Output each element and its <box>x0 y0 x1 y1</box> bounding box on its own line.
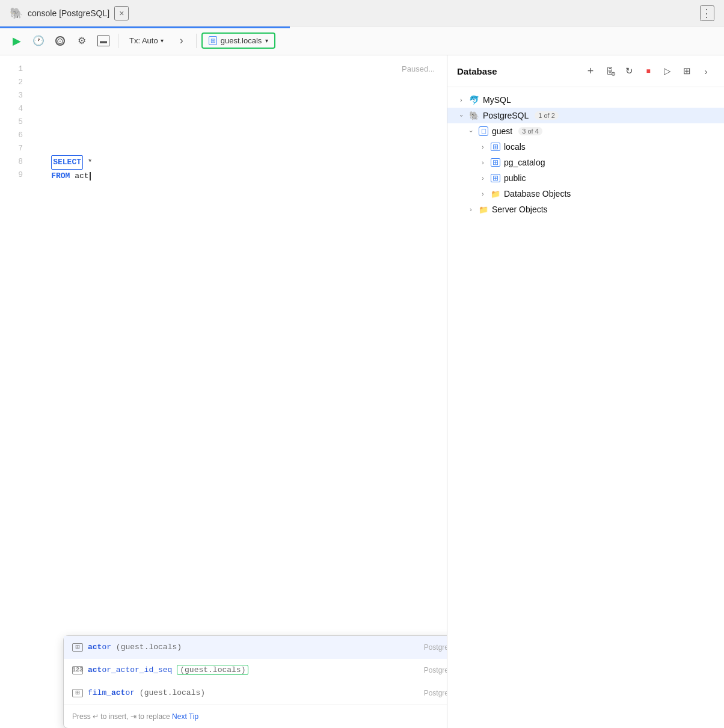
code-line-1 <box>30 63 447 76</box>
tree-item-pg-catalog[interactable]: › ⊞ pg_catalog <box>447 155 724 170</box>
source-3: PostgreSQL <box>424 686 447 700</box>
refresh-button[interactable]: ↻ <box>621 63 637 79</box>
next-tip-link[interactable]: Next Tip <box>172 712 198 721</box>
schema-selector[interactable]: ⊞ guest.locals ▾ <box>201 32 276 49</box>
tree-item-mysql[interactable]: › 🐬 MySQL <box>447 92 724 108</box>
editor-panel: 12345 6789 Paused... SELECT * FROM act <box>0 55 447 728</box>
code-line-3 <box>30 89 447 102</box>
db-settings-icon: 🗄 ⚙ <box>606 67 614 76</box>
database-sidebar: Database + 🗄 ⚙ ↻ ■ ▷ <box>447 55 724 728</box>
autocomplete-name-3: film_actor (guest.locals) <box>88 686 205 700</box>
db-settings-button[interactable]: 🗄 ⚙ <box>601 63 618 79</box>
gear-icon: ⚙ <box>78 35 86 46</box>
server-objects-icon: 📁 <box>479 205 488 214</box>
select-star: * <box>88 158 93 167</box>
seq-icon: 123 <box>72 666 83 674</box>
separator-1 <box>118 34 118 48</box>
schema-1: (guest.locals) <box>116 643 182 652</box>
server-objects-label: Server Objects <box>492 205 548 214</box>
autocomplete-item-actor[interactable]: ⊞ actor (guest.locals) PostgreSQL <box>64 636 447 659</box>
arrow-right-icon: › <box>180 34 183 47</box>
pin-button[interactable]: ⊙ <box>51 31 70 51</box>
sidebar-header: Database + 🗄 ⚙ ↻ ■ ▷ <box>447 55 724 87</box>
run-button[interactable]: ▶ <box>7 31 26 51</box>
postgres-icon: 🐘 <box>10 7 23 20</box>
locals-chevron: › <box>479 144 487 150</box>
editor-area[interactable]: 12345 6789 Paused... SELECT * FROM act <box>0 55 447 728</box>
title-bar: 🐘 console [PostgreSQL] × ⋮ <box>0 0 724 26</box>
tree-item-locals[interactable]: › ⊞ locals <box>447 139 724 155</box>
tree-item-db-objects[interactable]: › 📁 Database Objects <box>447 186 724 202</box>
sidebar-toolbar: + 🗄 ⚙ ↻ ■ ▷ ⊞ <box>582 63 714 79</box>
autocomplete-item-actor-seq[interactable]: 123 actor_actor_id_seq (guest.locals) Po… <box>64 659 447 682</box>
grid-icon: ⊞ <box>683 66 691 76</box>
code-line-9: FROM act <box>30 170 447 183</box>
console-icon: ▷ <box>664 66 671 76</box>
add-connection-button[interactable]: + <box>582 63 599 79</box>
refresh-icon: ↻ <box>625 66 633 76</box>
code-line-2 <box>30 76 447 89</box>
history-button[interactable]: 🕐 <box>29 31 48 51</box>
from-keyword: FROM <box>51 171 70 180</box>
autocomplete-item-left: ⊞ actor (guest.locals) <box>72 641 182 654</box>
code-editor[interactable]: Paused... SELECT * FROM act <box>30 55 447 728</box>
table-icon-1: ⊞ <box>72 643 83 652</box>
layout-button[interactable]: ▬ <box>94 31 113 51</box>
schema-3: (guest.locals) <box>140 688 205 697</box>
mysql-icon: 🐬 <box>469 95 479 105</box>
tx-dropdown[interactable]: Tx: Auto ▾ <box>123 34 170 48</box>
db-objects-label: Database Objects <box>504 189 571 199</box>
pin-icon: ⊙ <box>55 36 65 46</box>
tx-chevron: ▾ <box>161 37 164 44</box>
arrow-button[interactable]: › <box>172 31 191 51</box>
postgresql-label: PostgreSQL <box>483 111 529 120</box>
table-icon-3: ⊞ <box>72 689 83 697</box>
more-options-button[interactable]: › <box>698 63 714 79</box>
close-button[interactable]: × <box>114 6 129 20</box>
run-icon: ▶ <box>13 34 21 48</box>
toolbar: ▶ 🕐 ⊙ ⚙ ▬ Tx: Auto ▾ › ⊞ guest.locals ▾ <box>0 26 724 55</box>
settings-button[interactable]: ⚙ <box>72 31 91 51</box>
guest-chevron: › <box>468 127 474 135</box>
pg-catalog-icon: ⊞ <box>491 158 500 167</box>
database-tree: › 🐬 MySQL › 🐘 PostgreSQL 1 of 2 › ☐ gues… <box>447 87 724 728</box>
tree-item-public[interactable]: › ⊞ public <box>447 170 724 186</box>
name-rest-1: or <box>102 643 111 652</box>
title-left: 🐘 console [PostgreSQL] × <box>10 6 129 20</box>
autocomplete-item-film-actor[interactable]: ⊞ film_actor (guest.locals) PostgreSQL <box>64 682 447 705</box>
source-2: PostgreSQL <box>424 664 447 677</box>
stop-button[interactable]: ■ <box>640 63 657 79</box>
postgresql-badge: 1 of 2 <box>535 111 559 120</box>
stop-icon: ■ <box>646 67 650 75</box>
grid-view-button[interactable]: ⊞ <box>678 63 695 79</box>
console-button[interactable]: ▷ <box>659 63 676 79</box>
name-match-3: act <box>111 688 125 697</box>
name-rest-2: or_actor_id_seq <box>102 665 172 674</box>
autocomplete-item-left-3: ⊞ film_actor (guest.locals) <box>72 686 205 700</box>
autocomplete-footer: Press ↵ to insert, ⇥ to replace Next Tip <box>64 705 447 728</box>
more-button[interactable]: ⋮ <box>700 5 714 21</box>
act-text: act <box>75 171 88 180</box>
footer-insert-text: Press ↵ to insert, ⇥ to replace <box>72 712 170 721</box>
window-title: console [PostgreSQL] <box>28 8 109 18</box>
source-1: PostgreSQL <box>424 641 447 654</box>
name-match-2: act <box>88 665 102 674</box>
postgresql-chevron: › <box>458 111 465 120</box>
mysql-chevron: › <box>457 97 465 103</box>
guest-icon: ☐ <box>479 126 488 136</box>
guest-label: guest <box>492 126 512 136</box>
locals-label: locals <box>504 142 526 152</box>
tree-item-server-objects[interactable]: › 📁 Server Objects <box>447 202 724 217</box>
pg-catalog-chevron: › <box>479 159 487 166</box>
chevron-right-icon: › <box>705 66 708 76</box>
select-keyword: SELECT <box>51 155 83 170</box>
autocomplete-name-2: actor_actor_id_seq (guest.locals) <box>88 664 248 677</box>
tree-item-guest[interactable]: › ☐ guest 3 of 4 <box>447 123 724 139</box>
autocomplete-dropdown[interactable]: ⊞ actor (guest.locals) PostgreSQL 123 <box>63 635 447 728</box>
autocomplete-item-left-2: 123 actor_actor_id_seq (guest.locals) <box>72 664 248 677</box>
tree-item-postgresql[interactable]: › 🐘 PostgreSQL 1 of 2 <box>447 108 724 123</box>
guest-badge: 3 of 4 <box>518 127 542 135</box>
public-chevron: › <box>479 175 487 182</box>
schema-label: guest.locals <box>221 36 262 45</box>
main-content: 12345 6789 Paused... SELECT * FROM act <box>0 55 724 728</box>
